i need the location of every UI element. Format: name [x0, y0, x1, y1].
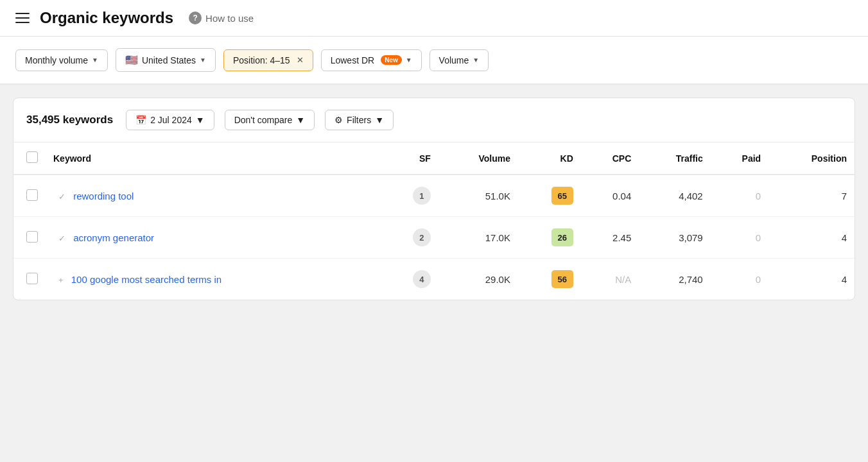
col-paid-header: Paid	[711, 142, 768, 175]
sf-badge: 4	[413, 270, 431, 288]
monthly-volume-filter[interactable]: Monthly volume ▼	[15, 49, 108, 71]
col-traffic-header: Traffic	[639, 142, 710, 175]
select-all-checkbox[interactable]	[26, 151, 38, 163]
row-checkbox-cell[interactable]	[13, 217, 46, 259]
table-header-row: Keyword SF Volume KD CPC Traffic Paid Po…	[13, 142, 855, 175]
kd-badge: 56	[551, 270, 573, 288]
kd-badge: 26	[551, 228, 573, 246]
chevron-down-icon: ▼	[200, 56, 206, 64]
chevron-down-icon: ▼	[375, 115, 384, 125]
country-filter[interactable]: 🇺🇸 United States ▼	[116, 48, 216, 72]
keyword-cell: + 100 google most searched terms in	[46, 259, 382, 300]
page-title: Organic keywords	[40, 9, 173, 27]
position-cell: 4	[768, 217, 855, 259]
col-keyword-header: Keyword	[46, 142, 382, 175]
paid-cell: 0	[711, 175, 768, 217]
volume-cell: 29.0K	[438, 259, 518, 300]
col-kd-header: KD	[518, 142, 581, 175]
keyword-link[interactable]: rewording tool	[73, 191, 134, 201]
table-row: + 100 google most searched terms in 4 29…	[13, 259, 855, 300]
monthly-volume-label: Monthly volume	[25, 55, 88, 65]
date-picker-button[interactable]: 📅 2 Jul 2024 ▼	[126, 110, 214, 130]
volume-filter[interactable]: Volume ▼	[430, 49, 489, 71]
flag-icon: 🇺🇸	[125, 54, 138, 66]
compare-label: Don't compare	[234, 115, 293, 125]
lowest-dr-filter[interactable]: Lowest DR New ▼	[321, 49, 422, 71]
col-position-header: Position	[768, 142, 855, 175]
cpc-cell: N/A	[581, 259, 639, 300]
table-row: ✓ rewording tool 1 51.0K 65 0.04 4,402 0…	[13, 175, 855, 217]
row-status-icon: +	[58, 275, 64, 285]
header: Organic keywords ? How to use	[0, 0, 868, 37]
row-checkbox-cell[interactable]	[13, 259, 46, 300]
col-cpc-header: CPC	[581, 142, 639, 175]
chevron-down-icon: ▼	[92, 56, 98, 64]
sf-cell: 4	[382, 259, 438, 300]
how-to-use-button[interactable]: ? How to use	[184, 9, 259, 27]
chevron-down-icon: ▼	[196, 115, 205, 125]
col-volume-header: Volume	[438, 142, 518, 175]
col-checkbox[interactable]	[13, 142, 46, 175]
volume-cell: 17.0K	[438, 217, 518, 259]
keyword-cell: ✓ rewording tool	[46, 175, 382, 217]
row-checkbox[interactable]	[26, 273, 38, 284]
table-row: ✓ acronym generator 2 17.0K 26 2.45 3,07…	[13, 217, 855, 259]
hamburger-menu-icon[interactable]	[15, 13, 30, 23]
kd-cell: 56	[518, 259, 581, 300]
position-cell: 4	[768, 259, 855, 300]
sf-cell: 1	[382, 175, 438, 217]
position-filter[interactable]: Position: 4–15 ✕	[223, 49, 313, 71]
chevron-down-icon: ▼	[406, 56, 412, 64]
paid-cell: 0	[711, 217, 768, 259]
keywords-count: 35,495 keywords	[26, 114, 113, 126]
sf-cell: 2	[382, 217, 438, 259]
lowest-dr-label: Lowest DR	[331, 55, 374, 65]
traffic-cell: 2,740	[639, 259, 710, 300]
keyword-link[interactable]: 100 google most searched terms in	[71, 274, 221, 285]
row-checkbox-cell[interactable]	[13, 175, 46, 217]
position-cell: 7	[768, 175, 855, 217]
keyword-link[interactable]: acronym generator	[73, 232, 154, 243]
cpc-cell: 0.04	[581, 175, 639, 217]
sf-badge: 2	[413, 228, 431, 246]
calendar-icon: 📅	[135, 115, 146, 125]
traffic-cell: 4,402	[639, 175, 710, 217]
how-to-use-label: How to use	[205, 13, 254, 24]
cpc-cell: 2.45	[581, 217, 639, 259]
kd-cell: 26	[518, 217, 581, 259]
kd-badge: 65	[551, 187, 573, 205]
filter-icon: ⚙	[334, 115, 343, 125]
compare-button[interactable]: Don't compare ▼	[225, 110, 315, 130]
row-checkbox[interactable]	[26, 189, 38, 201]
volume-cell: 51.0K	[438, 175, 518, 217]
paid-cell: 0	[711, 259, 768, 300]
row-checkbox[interactable]	[26, 231, 38, 243]
filters-button[interactable]: ⚙ Filters ▼	[325, 110, 394, 130]
col-sf-header: SF	[382, 142, 438, 175]
position-label: Position: 4–15	[233, 55, 290, 65]
close-icon[interactable]: ✕	[297, 55, 304, 65]
sf-badge: 1	[413, 187, 431, 205]
traffic-cell: 3,079	[639, 217, 710, 259]
chevron-down-icon: ▼	[296, 115, 305, 125]
volume-label: Volume	[439, 55, 469, 65]
filter-bar: Monthly volume ▼ 🇺🇸 United States ▼ Posi…	[0, 37, 868, 85]
chevron-down-icon: ▼	[473, 56, 479, 64]
date-label: 2 Jul 2024	[150, 115, 192, 125]
row-status-icon: ✓	[58, 192, 65, 201]
content-area: 35,495 keywords 📅 2 Jul 2024 ▼ Don't com…	[13, 98, 855, 300]
kd-cell: 65	[518, 175, 581, 217]
filters-label: Filters	[347, 115, 371, 125]
new-badge: New	[381, 55, 402, 65]
country-label: United States	[142, 55, 196, 65]
keywords-table: Keyword SF Volume KD CPC Traffic Paid Po…	[13, 142, 855, 300]
toolbar: 35,495 keywords 📅 2 Jul 2024 ▼ Don't com…	[13, 98, 855, 142]
help-icon: ?	[189, 12, 202, 24]
row-status-icon: ✓	[58, 234, 65, 243]
keyword-cell: ✓ acronym generator	[46, 217, 382, 259]
